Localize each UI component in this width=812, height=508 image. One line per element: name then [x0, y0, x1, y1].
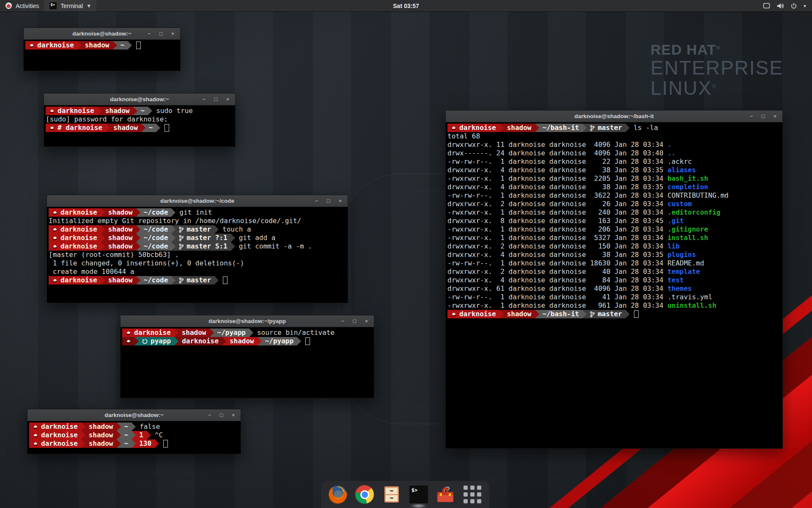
terminal-window: darknoise@shadow:~−□×darknoiseshadow~ [23, 28, 181, 71]
redhat-icon [33, 425, 38, 429]
maximize-button[interactable]: □ [219, 412, 224, 418]
prompt-segment-text: ~ [124, 439, 129, 448]
branch-icon [590, 125, 595, 131]
maximize-button[interactable]: □ [213, 97, 219, 102]
prompt-segment-text: darknoise [41, 439, 78, 448]
running-indicator [410, 503, 427, 508]
maximize-button[interactable]: □ [326, 198, 331, 204]
window-title: darknoise@shadow:~/pyapp [208, 318, 286, 324]
window-title: darknoise@shadow:~/code [160, 198, 234, 204]
prompt-segment: darknoise [447, 310, 499, 318]
prompt-segment-text: shadow [182, 329, 206, 337]
window-titlebar[interactable]: darknoise@shadow:~/code−□× [47, 195, 348, 207]
file-name: themes [667, 284, 692, 293]
redhat-icon [451, 312, 456, 317]
terminal-screen[interactable]: darknoiseshadow~falsedarknoiseshadow~1^C… [27, 421, 241, 454]
close-button[interactable]: × [364, 318, 369, 324]
redhat-icon [49, 109, 55, 113]
dock-item-files[interactable] [381, 484, 402, 505]
prompt-line: darknoiseshadow~false [29, 422, 239, 431]
prompt-segment: pyapp [139, 337, 174, 345]
close-button[interactable]: × [170, 31, 176, 36]
powerline-separator-icon [210, 329, 214, 337]
terminal-screen[interactable]: darknoiseshadow~ [24, 40, 180, 71]
prompt-segment: ~ [121, 431, 132, 439]
dock-item-firefox[interactable] [327, 484, 348, 505]
window-titlebar[interactable]: darknoise@shadow:~/bash-it−□× [446, 110, 782, 122]
prompt-segment-text: master [598, 124, 622, 132]
powerline-separator-icon [231, 242, 235, 251]
prompt-segment-text: darknoise [60, 208, 97, 217]
terminal-screen[interactable]: darknoiseshadow~/codegit initInitialized… [47, 207, 348, 303]
file-name: .ackrc [667, 157, 692, 166]
prompt-segment-text: ~/bash-it [543, 124, 579, 132]
powerline-separator-icon [625, 124, 630, 132]
minimize-button[interactable]: − [749, 113, 754, 119]
powerline-separator-icon [132, 422, 136, 431]
prompt-segment: shadow [105, 242, 136, 251]
terminal-cursor [305, 337, 310, 345]
prompt-segment: darknoise [29, 439, 81, 448]
prompt-segment-text: ~/bash-it [543, 310, 579, 318]
file-name: .travis.yml [667, 293, 712, 301]
close-button[interactable]: × [772, 113, 778, 119]
redhat-icon [29, 43, 34, 48]
close-button[interactable]: × [225, 97, 230, 102]
window-titlebar[interactable]: darknoise@shadow:~−□× [27, 409, 241, 421]
clock[interactable]: Sat 03:57 [393, 3, 419, 9]
redhat-icon [52, 227, 58, 232]
dock-item-chrome[interactable] [354, 484, 375, 505]
dock-item-toolbox[interactable] [435, 484, 456, 505]
terminal-output-line: drwxrwxr-x. 4 darknoise darknoise 38 Jan… [447, 166, 781, 174]
chrome-icon-ring [360, 490, 369, 499]
terminal-cursor [163, 440, 168, 447]
prompt-segment-text: ~/code [144, 242, 168, 251]
minimize-button[interactable]: − [146, 31, 152, 36]
minimize-button[interactable]: − [207, 412, 212, 418]
powerline-separator-icon [101, 208, 105, 217]
prompt-line: darknoiseshadow~ [25, 41, 178, 50]
maximize-button[interactable]: □ [352, 318, 357, 324]
terminal-screen[interactable]: darknoiseshadow~/bash-itmasterls -latota… [446, 122, 782, 448]
powerline-separator-icon [117, 422, 121, 431]
prompt-segment-text: ~ [124, 431, 129, 439]
prompt-line: darknoiseshadow~/pyappsource bin/activat… [122, 329, 372, 337]
prompt-segment: 130 [136, 439, 155, 448]
prompt-segment: shadow [82, 41, 113, 50]
minimize-button[interactable]: − [314, 198, 319, 204]
terminal-screen[interactable]: darknoiseshadow~/pyappsource bin/activat… [121, 327, 374, 398]
prompt-segment: shadow [110, 124, 141, 132]
prompt-segment: shadow [178, 329, 210, 337]
terminal-output-line: -rwxrwxr-x. 1 darknoise darknoise 206 Ja… [447, 225, 781, 234]
branch-icon [179, 243, 184, 250]
close-button[interactable]: × [230, 412, 236, 418]
prompt-segment: shadow [85, 422, 117, 431]
prompt-segment: darknoise [122, 329, 174, 337]
prompt-segment: 1 [136, 431, 147, 439]
system-status-area[interactable]: ▾ [757, 0, 812, 11]
prompt-segment: darknoise [49, 234, 101, 242]
activities-button[interactable]: Activities [0, 0, 44, 11]
prompt-segment: ~ [117, 41, 128, 50]
window-titlebar[interactable]: darknoise@shadow:~−□× [24, 28, 180, 40]
minimize-button[interactable]: − [201, 97, 207, 102]
file-name: lib [667, 242, 680, 250]
prompt-segment-text: shadow [507, 310, 532, 318]
terminal-cursor [165, 124, 169, 132]
maximize-button[interactable]: □ [158, 31, 164, 36]
terminal-output-line: drwxrwxr-x. 8 darknoise darknoise 163 Ja… [447, 217, 781, 225]
terminal-output-line: -rwxrwxr-x. 1 darknoise darknoise 240 Ja… [447, 208, 781, 217]
terminal-screen[interactable]: darknoiseshadow~sudo true[sudo] password… [44, 105, 235, 146]
window-titlebar[interactable]: darknoise@shadow:~−□× [44, 94, 235, 105]
close-button[interactable]: × [337, 198, 343, 204]
prompt-segment: darknoise [49, 242, 101, 251]
terminal-cursor [223, 276, 228, 284]
minimize-button[interactable]: − [340, 318, 346, 324]
maximize-button[interactable]: □ [760, 113, 766, 119]
dock-item-terminal[interactable]: $> [408, 484, 429, 505]
prompt-segment-text: ~ [149, 124, 153, 132]
dock-item-app-grid[interactable] [462, 484, 483, 505]
terminal-output-line: total 68 [447, 132, 781, 141]
window-titlebar[interactable]: darknoise@shadow:~/pyapp−□× [121, 315, 374, 327]
app-menu-button[interactable]: $> Terminal ▼ [44, 0, 96, 11]
